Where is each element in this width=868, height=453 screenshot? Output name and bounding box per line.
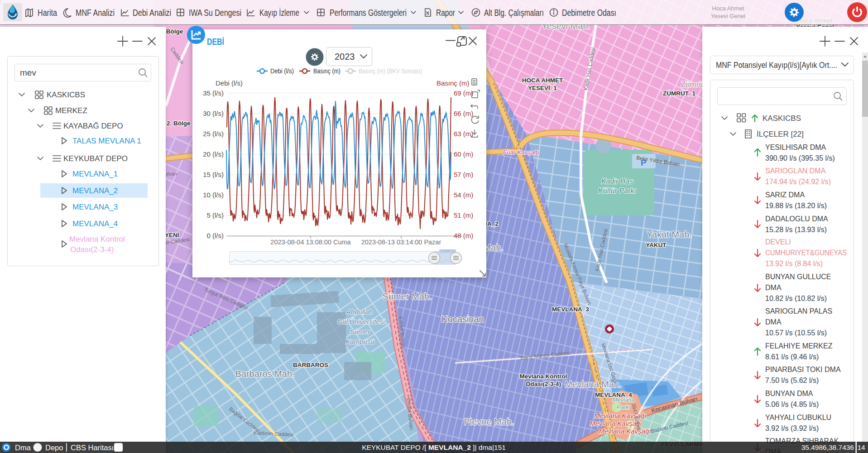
svg-text:BARBAROS: BARBAROS (293, 362, 328, 368)
svg-text:2023: 2023 (335, 52, 355, 62)
svg-text:57 (m): 57 (m) (454, 171, 473, 178)
svg-text:Basınç (m) (BKV Sonrası): Basınç (m) (BKV Sonrası) (359, 67, 422, 75)
svg-text:KASKICBS: KASKICBS (762, 114, 801, 123)
svg-text:174.94 l/s (24.92 l/s): 174.94 l/s (24.92 l/s) (765, 178, 831, 186)
svg-text:DEVELI: DEVELI (765, 238, 791, 246)
svg-text:Debi Analizi: Debi Analizi (133, 8, 171, 18)
svg-text:2023-08-13 03:14:00 Pazar: 2023-08-13 03:14:00 Pazar (361, 238, 441, 246)
svg-text:Odası(2-3-4): Odası(2-3-4) (526, 381, 561, 387)
svg-text:İLÇELER [22]: İLÇELER [22] (757, 130, 804, 138)
svg-text:Alt Blg. Çalışmaları: Alt Blg. Çalışmaları (484, 8, 544, 18)
svg-text:10 (l/s): 10 (l/s) (203, 191, 224, 199)
svg-text:2. Bölge: 2. Bölge (167, 120, 191, 127)
svg-text:Mevlana Kavşağı: Mevlana Kavşağı (590, 420, 642, 427)
svg-text:0 (l/s): 0 (l/s) (207, 232, 224, 239)
svg-text:Mevlana Kontrol: Mevlana Kontrol (69, 235, 125, 243)
svg-text:Plevne Mah.: Plevne Mah. (464, 417, 514, 427)
svg-text:8.61 l/s (9.46 l/s): 8.61 l/s (9.46 l/s) (765, 353, 819, 361)
svg-text:MNF Potansiyel Kayıp(l/s)[Aylı: MNF Potansiyel Kayıp(l/s)[Aylık Ort.... (716, 60, 837, 70)
svg-text:MEVLANA_2: MEVLANA_2 (72, 186, 118, 195)
svg-text:35.4986,38.7436: 35.4986,38.7436 (801, 443, 854, 451)
svg-text:SARIOGLAN PALAS: SARIOGLAN PALAS (765, 307, 832, 315)
svg-text:Sümer: Sümer (350, 328, 370, 335)
svg-text:Harita: Harita (38, 8, 58, 18)
svg-text:7.50 l/s (5.62 l/s): 7.50 l/s (5.62 l/s) (765, 377, 819, 384)
svg-text:15.28 l/s (13.93 l/s): 15.28 l/s (13.93 l/s) (765, 226, 827, 234)
svg-text:69 (m): 69 (m) (454, 89, 473, 97)
svg-text:MEVLANA_3: MEVLANA_3 (72, 203, 118, 211)
svg-text:51 (m): 51 (m) (454, 211, 473, 219)
svg-text:10.57 l/s (10.55 l/s): 10.57 l/s (10.55 l/s) (765, 329, 827, 337)
svg-text:Gül Üniversitesi: Gül Üniversitesi (337, 318, 385, 325)
svg-text:Rapor: Rapor (436, 8, 455, 18)
svg-text:5.06 l/s (4.85 l/s): 5.06 l/s (4.85 l/s) (765, 401, 819, 408)
svg-text:Kültür Parkı: Kültür Parkı (598, 187, 636, 195)
svg-text:2023-08-04 13:08:00 Cuma: 2023-08-04 13:08:00 Cuma (270, 238, 351, 246)
svg-text:25 (l/s): 25 (l/s) (203, 130, 224, 138)
svg-text:60 (m): 60 (m) (454, 150, 473, 158)
svg-text:Füar Kavşağı: Füar Kavşağı (503, 149, 540, 156)
svg-text:YAHYALI CUBUKLU: YAHYALI CUBUKLU (765, 414, 831, 421)
svg-text:Hoca Ahmet: Hoca Ahmet (712, 5, 744, 12)
svg-text:Debimetre Odası: Debimetre Odası (562, 8, 616, 18)
svg-text:30 (l/s): 30 (l/s) (203, 110, 224, 117)
svg-text:35 (l/s): 35 (l/s) (203, 89, 224, 97)
svg-text:Sümer Mah.: Sümer Mah. (383, 291, 432, 301)
svg-text:Mevlana Kontrol: Mevlana Kontrol (519, 373, 567, 380)
svg-text:DEBİ: DEBİ (207, 37, 224, 47)
svg-text:HOCA AHMET: HOCA AHMET (522, 77, 563, 84)
svg-text:mev: mev (20, 68, 36, 77)
svg-text:54 (m): 54 (m) (454, 191, 473, 199)
svg-text:MERKEZ: MERKEZ (55, 106, 87, 115)
svg-text:DADALOGLU DMA: DADALOGLU DMA (765, 215, 828, 223)
svg-text:Kocasinan: Kocasinan (441, 314, 484, 324)
svg-text:TALAS MEVLANA 1: TALAS MEVLANA 1 (72, 137, 141, 145)
svg-text:5 (l/s): 5 (l/s) (207, 211, 224, 219)
svg-text:YENİ: YENİ (165, 232, 179, 238)
svg-text:Yakut Mah.: Yakut Mah. (647, 229, 692, 239)
svg-text:Parkı: Parkı (617, 404, 631, 410)
svg-text:Depo: Depo (45, 443, 63, 452)
svg-text:10.82 l/s (10.82 l/s): 10.82 l/s (10.82 l/s) (765, 295, 827, 302)
svg-text:Yesevi Genel: Yesevi Genel (711, 13, 745, 19)
svg-text:SARIZ DMA: SARIZ DMA (765, 191, 805, 199)
svg-text:MEVLANA_1: MEVLANA_1 (72, 170, 118, 178)
svg-text:19.88 l/s (18.20 l/s): 19.88 l/s (18.20 l/s) (765, 202, 827, 210)
svg-text:MEVLANA_4: MEVLANA_4 (72, 219, 118, 228)
svg-text:Debi (l/s): Debi (l/s) (270, 67, 294, 75)
svg-text:MNF Analizi: MNF Analizi (76, 8, 115, 18)
svg-text:Kampüsü: Kampüsü (345, 338, 374, 345)
svg-text:15 (l/s): 15 (l/s) (203, 171, 224, 178)
svg-text:SARIOGLAN DMA: SARIOGLAN DMA (765, 167, 826, 175)
svg-text:Mevlana: Mevlana (612, 396, 634, 403)
svg-text:Performans Göstergeleri: Performans Göstergeleri (330, 8, 407, 18)
svg-text:63 (m): 63 (m) (454, 130, 473, 138)
svg-text:Dma: Dma (15, 443, 31, 452)
svg-text:CBS Haritası: CBS Haritası (71, 443, 114, 452)
svg-text:Basınç (m): Basınç (m) (436, 79, 470, 87)
svg-text:KASKICBS: KASKICBS (47, 91, 85, 99)
svg-text:DMA: DMA (765, 318, 782, 326)
svg-text:KEYKUBAT DEPO /[ MEVLANA_2 ]|: KEYKUBAT DEPO /[ MEVLANA_2 ]| dma|151 (362, 443, 506, 451)
svg-text:13.92 l/s (8.84 l/s): 13.92 l/s (8.84 l/s) (765, 260, 823, 267)
svg-text:48 (m): 48 (m) (454, 232, 473, 239)
svg-text:DMA: DMA (765, 284, 782, 291)
svg-text:390.90 l/s (395.35 l/s): 390.90 l/s (395.35 l/s) (765, 154, 835, 162)
svg-text:ZÜMRÜT_1: ZÜMRÜT_1 (663, 90, 695, 97)
svg-text:YESEVİ_1: YESEVİ_1 (528, 85, 557, 91)
svg-text:MEVLANA_3: MEVLANA_3 (552, 306, 589, 313)
svg-text:YAKUT: YAKUT (646, 242, 667, 248)
svg-text:FELAHIYE MERKEZ: FELAHIYE MERKEZ (765, 342, 833, 350)
svg-text:BUNYAN GULLUCE: BUNYAN GULLUCE (765, 273, 831, 281)
svg-text:20 (l/s): 20 (l/s) (203, 150, 224, 158)
svg-text:KAYABAĞ DEPO: KAYABAĞ DEPO (63, 122, 123, 130)
svg-text:BUNYAN DMA: BUNYAN DMA (765, 390, 813, 397)
svg-text:YESILHISAR DMA: YESILHISAR DMA (765, 143, 826, 151)
svg-text:Odası(2-3-4): Odası(2-3-4) (70, 245, 114, 254)
svg-text:14: 14 (857, 443, 865, 451)
svg-text:3.92 l/s (3.92 l/s): 3.92 l/s (3.92 l/s) (765, 424, 819, 432)
svg-text:IWA Su Dengesi: IWA Su Dengesi (189, 8, 241, 18)
svg-text:KEYKUBAT DEPO: KEYKUBAT DEPO (63, 154, 128, 163)
svg-text:CUMHURIYET&GUNEYAS: CUMHURIYET&GUNEYAS (765, 249, 847, 257)
svg-text:PINARBASI TOKI DMA: PINARBASI TOKI DMA (765, 366, 841, 373)
